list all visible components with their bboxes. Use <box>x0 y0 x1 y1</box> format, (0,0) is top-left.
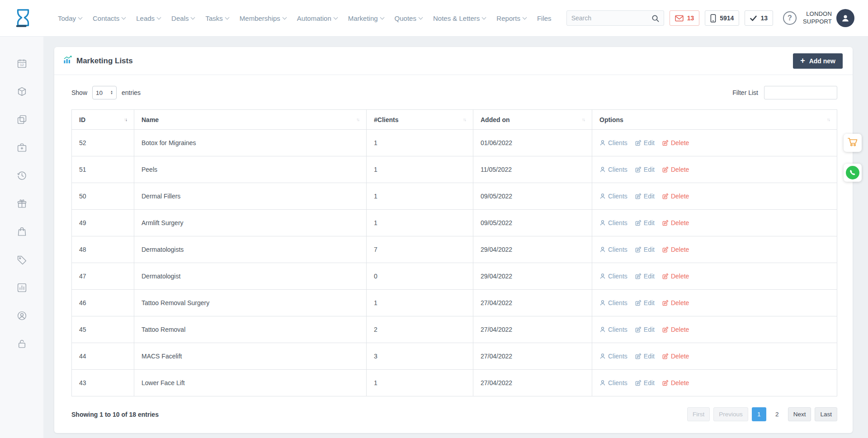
pagination-next[interactable]: Next <box>788 407 811 421</box>
nav-item-today[interactable]: Today <box>58 14 82 22</box>
bar-chart-icon[interactable] <box>12 278 32 297</box>
delete-link[interactable]: Delete <box>662 353 689 360</box>
table-row: 47Dermatologist029/04/2022ClientsEditDel… <box>72 263 837 290</box>
pagination: FirstPrevious12NextLast <box>687 407 837 421</box>
cell-id: 45 <box>72 316 134 343</box>
column-header-options[interactable]: Options↑↓ <box>592 110 837 130</box>
lock-icon[interactable] <box>12 334 32 353</box>
pagination-1[interactable]: 1 <box>752 407 766 421</box>
nav-item-marketing[interactable]: Marketing <box>348 14 384 22</box>
nav-item-leads[interactable]: Leads <box>136 14 160 22</box>
user-avatar[interactable] <box>836 9 854 27</box>
delete-link[interactable]: Delete <box>662 219 689 226</box>
clients-link[interactable]: Clients <box>599 379 627 386</box>
nav-item-notes-letters[interactable]: Notes & Letters <box>433 14 486 22</box>
cell-name: Dermal Fillers <box>134 183 367 210</box>
pagination-last[interactable]: Last <box>815 407 837 421</box>
column-header-id[interactable]: ID↑↓ <box>72 110 134 130</box>
nav-item-contacts[interactable]: Contacts <box>93 14 125 22</box>
clients-link[interactable]: Clients <box>599 219 627 226</box>
edit-link[interactable]: Edit <box>635 353 655 360</box>
clients-link[interactable]: Clients <box>599 353 627 360</box>
calendar-icon[interactable]: 12 <box>12 53 32 73</box>
cell-name: Armlift Surgery <box>134 210 367 236</box>
tag-icon[interactable] <box>12 250 32 269</box>
clients-link[interactable]: Clients <box>599 299 627 306</box>
nav-item-tasks[interactable]: Tasks <box>205 14 228 22</box>
history-icon[interactable] <box>12 165 32 185</box>
edit-icon <box>635 166 642 173</box>
calls-badge[interactable]: 5914 <box>705 10 739 26</box>
help-button[interactable]: ? <box>783 11 797 25</box>
page-title: Marketing Lists <box>76 57 133 66</box>
nav-item-automation[interactable]: Automation <box>297 14 337 22</box>
delete-link[interactable]: Delete <box>662 246 689 253</box>
delete-link-label: Delete <box>671 139 689 146</box>
edit-link[interactable]: Edit <box>635 326 655 333</box>
delete-link[interactable]: Delete <box>662 193 689 200</box>
clients-link[interactable]: Clients <box>599 193 627 200</box>
search-input[interactable] <box>571 14 651 22</box>
search-icon[interactable] <box>651 14 659 22</box>
pagination-previous[interactable]: Previous <box>713 407 748 421</box>
gift-icon[interactable] <box>12 193 32 213</box>
nav-item-files[interactable]: Files <box>537 14 552 22</box>
clients-link[interactable]: Clients <box>599 273 627 280</box>
column-label: #Clients <box>374 116 398 123</box>
shopping-bag-icon[interactable] <box>12 221 32 241</box>
delete-link[interactable]: Delete <box>662 326 689 333</box>
edit-link[interactable]: Edit <box>635 193 655 200</box>
delete-link[interactable]: Delete <box>662 299 689 306</box>
add-new-button[interactable]: + Add new <box>793 53 843 69</box>
cart-float-button[interactable] <box>844 134 862 152</box>
edit-link[interactable]: Edit <box>635 219 655 226</box>
call-float-button[interactable] <box>844 164 862 182</box>
pagination-2[interactable]: 2 <box>770 407 784 421</box>
column-header-added-on[interactable]: Added on↑↓ <box>473 110 592 130</box>
entries-select[interactable]: 10 ▲▼ <box>92 86 117 99</box>
filter-label: Filter List <box>732 89 758 96</box>
clients-link-label: Clients <box>608 246 627 253</box>
edit-link[interactable]: Edit <box>635 273 655 280</box>
chevron-down-icon <box>122 15 126 19</box>
entries-summary: Showing 1 to 10 of 18 entries <box>71 411 159 418</box>
clients-link[interactable]: Clients <box>599 139 627 146</box>
clients-link[interactable]: Clients <box>599 246 627 253</box>
edit-link[interactable]: Edit <box>635 246 655 253</box>
copy-icon[interactable] <box>12 109 32 129</box>
package-icon[interactable] <box>12 81 32 101</box>
cell-options: ClientsEditDelete <box>592 343 837 370</box>
delete-link[interactable]: Delete <box>662 166 689 173</box>
delete-link[interactable]: Delete <box>662 379 689 386</box>
cell-clients: 0 <box>367 263 473 290</box>
tasks-badge[interactable]: 13 <box>745 10 773 26</box>
kit-icon[interactable] <box>12 137 32 157</box>
edit-link[interactable]: Edit <box>635 299 655 306</box>
column-header-name[interactable]: Name↑↓ <box>134 110 367 130</box>
nav-item-label: Today <box>58 14 76 22</box>
nav-item-reports[interactable]: Reports <box>496 14 526 22</box>
delete-icon <box>662 166 669 173</box>
delete-icon <box>662 220 669 226</box>
pagination-first[interactable]: First <box>687 407 710 421</box>
app-logo[interactable] <box>13 8 35 28</box>
edit-link[interactable]: Edit <box>635 166 655 173</box>
cell-options: ClientsEditDelete <box>592 263 837 290</box>
account-icon[interactable] <box>12 306 32 325</box>
cell-added-on: 27/04/2022 <box>473 316 592 343</box>
edit-icon <box>635 353 642 359</box>
edit-link[interactable]: Edit <box>635 379 655 386</box>
edit-link[interactable]: Edit <box>635 139 655 146</box>
cell-added-on: 11/05/2022 <box>473 156 592 183</box>
nav-item-quotes[interactable]: Quotes <box>395 14 422 22</box>
nav-item-memberships[interactable]: Memberships <box>240 14 286 22</box>
delete-link[interactable]: Delete <box>662 139 689 146</box>
nav-item-deals[interactable]: Deals <box>171 14 194 22</box>
clients-link[interactable]: Clients <box>599 326 627 333</box>
filter-input[interactable] <box>764 86 837 99</box>
delete-link[interactable]: Delete <box>662 273 689 280</box>
column-header-clients[interactable]: #Clients↑↓ <box>367 110 473 130</box>
clients-link[interactable]: Clients <box>599 166 627 173</box>
nav-item-label: Marketing <box>348 14 378 22</box>
mail-badge[interactable]: 13 <box>670 10 700 26</box>
